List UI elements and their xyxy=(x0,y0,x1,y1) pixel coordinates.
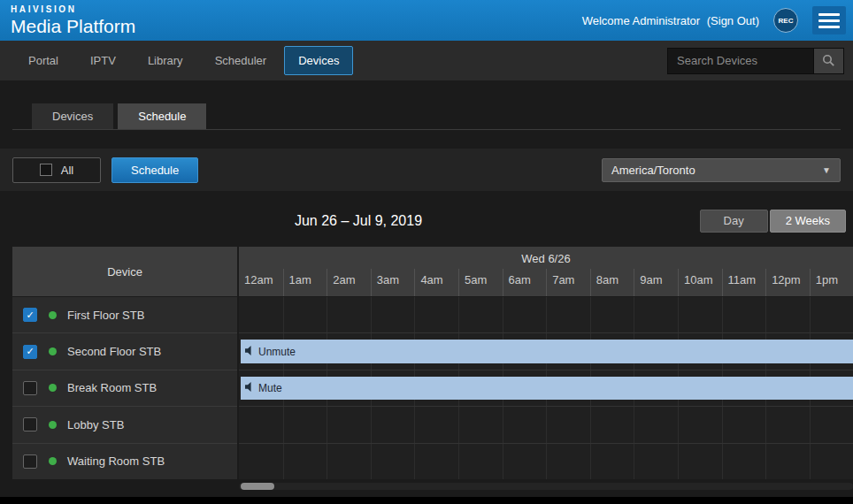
device-name: Second Floor STB xyxy=(67,345,161,358)
device-row: ✓Second Floor STB xyxy=(12,332,237,369)
tab-schedule[interactable]: Schedule xyxy=(118,103,206,129)
date-range-title: Jun 26 – Jul 9, 2019 xyxy=(0,213,717,229)
hamburger-menu-icon[interactable] xyxy=(812,6,846,34)
timeline-cell xyxy=(283,407,327,442)
hour-label: 1pm xyxy=(810,269,853,296)
hour-label: 3am xyxy=(371,269,415,296)
timeline-cell xyxy=(239,297,283,332)
hour-label: 12pm xyxy=(765,269,810,296)
device-search xyxy=(667,48,844,74)
tab-devices[interactable]: Devices xyxy=(32,103,113,129)
event-label: Mute xyxy=(258,382,282,394)
chevron-down-icon: ▼ xyxy=(822,165,831,175)
timeline-panel: Wed 6/26 12am1am2am3am4am5am6am7am8am9am… xyxy=(239,247,853,490)
status-dot xyxy=(49,384,57,392)
timeline-cell xyxy=(414,444,458,479)
timezone-dropdown[interactable]: America/Toronto ▼ xyxy=(602,158,841,182)
timeline-cell xyxy=(371,297,415,332)
scrollbar-thumb[interactable] xyxy=(241,483,274,490)
schedule-toolbar: All Schedule America/Toronto ▼ xyxy=(0,149,853,191)
timeline-cell xyxy=(590,297,634,332)
nav-item-devices[interactable]: Devices xyxy=(284,46,353,75)
timeline-cell xyxy=(546,444,590,479)
timeline-row: Unmute xyxy=(239,332,853,369)
hours-row: 12am1am2am3am4am5am6am7am8am9am10am11am1… xyxy=(239,269,853,296)
status-dot xyxy=(49,421,57,429)
hour-label: 7am xyxy=(546,269,590,296)
nav-item-scheduler[interactable]: Scheduler xyxy=(201,46,281,75)
timeline-cell xyxy=(283,297,327,332)
nav-items: Portal IPTV Library Scheduler Devices xyxy=(14,46,353,75)
hour-label: 1am xyxy=(283,269,327,296)
nav-item-library[interactable]: Library xyxy=(134,46,197,75)
timeline-cell xyxy=(546,407,590,442)
timeline-cell xyxy=(283,444,327,479)
device-row: Break Room STB xyxy=(12,370,237,406)
search-button[interactable] xyxy=(814,48,844,74)
timeline-cell xyxy=(239,444,283,479)
timeline-header: Wed 6/26 12am1am2am3am4am5am6am7am8am9am… xyxy=(239,247,853,296)
schedule-button[interactable]: Schedule xyxy=(111,157,198,183)
device-row: Lobby STB xyxy=(12,406,237,442)
status-dot xyxy=(49,311,57,319)
timeline-row: Mute xyxy=(239,370,853,406)
timeline-cell xyxy=(503,297,547,332)
timezone-value: America/Toronto xyxy=(611,164,695,177)
device-column: Device ✓First Floor STB✓Second Floor STB… xyxy=(12,247,237,490)
timeline-cell xyxy=(765,407,810,442)
device-checkbox[interactable] xyxy=(23,381,37,395)
timeline-cell xyxy=(546,297,590,332)
timeline-cell xyxy=(678,444,722,479)
device-name: Break Room STB xyxy=(67,381,157,394)
timeline-row xyxy=(239,296,853,332)
view-range-buttons: Day 2 Weeks xyxy=(700,210,846,233)
timeline-cell xyxy=(327,297,371,332)
horizontal-scrollbar[interactable] xyxy=(239,483,853,490)
sign-out-link[interactable]: (Sign Out) xyxy=(707,14,759,27)
timeline-cell xyxy=(678,297,722,332)
two-weeks-view-button[interactable]: 2 Weeks xyxy=(770,210,846,233)
scheduled-event-bar[interactable]: Unmute xyxy=(241,340,853,363)
device-checkbox[interactable]: ✓ xyxy=(23,308,37,322)
select-all-button[interactable]: All xyxy=(12,157,101,183)
timeline-cell xyxy=(590,444,634,479)
timeline-row xyxy=(239,443,853,479)
nav-item-portal[interactable]: Portal xyxy=(14,46,73,75)
timeline-cell xyxy=(765,444,810,479)
brand-name: HAIVISION xyxy=(11,5,135,14)
timeline-cell xyxy=(239,407,283,442)
timeline-cell xyxy=(458,297,503,332)
search-input[interactable] xyxy=(667,48,814,74)
hour-label: 4am xyxy=(414,269,458,296)
timeline-cell xyxy=(371,407,415,442)
device-checkbox[interactable]: ✓ xyxy=(23,345,37,359)
rec-indicator[interactable]: REC xyxy=(773,8,798,33)
timeline-cell xyxy=(634,297,678,332)
status-dot xyxy=(49,457,57,465)
welcome-text: Welcome Administrator xyxy=(582,14,700,27)
brand-product: Media Platform xyxy=(11,17,135,35)
top-header-right: Welcome Administrator (Sign Out) REC xyxy=(582,6,846,34)
device-name: Waiting Room STB xyxy=(67,454,165,468)
timeline-cell xyxy=(458,444,503,479)
timeline-cell xyxy=(327,407,371,442)
event-label: Unmute xyxy=(258,346,296,358)
device-checkbox[interactable] xyxy=(23,417,37,431)
timeline-cell xyxy=(810,407,853,442)
timeline-cell xyxy=(810,444,853,479)
timeline-cell xyxy=(634,407,678,442)
scheduled-event-bar[interactable]: Mute xyxy=(241,377,853,400)
nav-item-iptv[interactable]: IPTV xyxy=(76,46,130,75)
device-checkbox[interactable] xyxy=(23,454,37,469)
timeline-cell xyxy=(634,444,678,479)
hour-label: 2am xyxy=(327,269,371,296)
view-tabs: Devices Schedule xyxy=(32,103,853,129)
timeline-cell xyxy=(327,444,371,479)
bottom-edge xyxy=(0,497,853,504)
timeline-cell xyxy=(678,407,722,442)
timeline-cell xyxy=(810,297,853,332)
brand-logo[interactable]: HAIVISION Media Platform xyxy=(11,5,135,35)
all-checkbox[interactable] xyxy=(40,164,52,176)
schedule-grid: Device ✓First Floor STB✓Second Floor STB… xyxy=(12,247,853,490)
timeline-cell xyxy=(414,407,458,442)
